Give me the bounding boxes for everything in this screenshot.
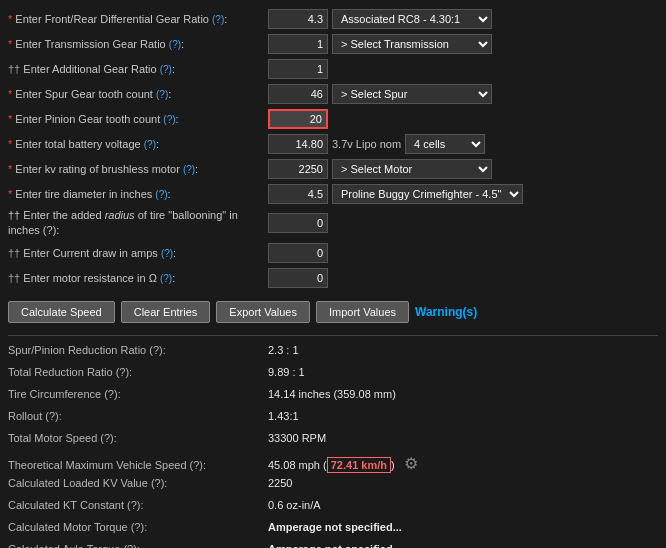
button-row: Calculate Speed Clear Entries Export Val…: [8, 297, 658, 327]
result-label-motor-torque: Calculated Motor Torque (?):: [8, 521, 268, 533]
input-battery[interactable]: [268, 134, 328, 154]
label-balloon: †† Enter the added radius of tire "ballo…: [8, 208, 268, 239]
result-label-rollout: Rollout (?):: [8, 410, 268, 422]
divider: [8, 335, 658, 336]
result-row-kt-constant: Calculated KT Constant (?): 0.6 oz-in/A: [8, 499, 658, 517]
result-row-motor-speed: Total Motor Speed (?): 33300 RPM: [8, 432, 658, 450]
dropdown-spur[interactable]: > Select Spur: [332, 84, 492, 104]
form-row-balloon: †† Enter the added radius of tire "ballo…: [8, 208, 658, 239]
input-addl[interactable]: [268, 59, 328, 79]
result-row-max-speed: Theoretical Maximum Vehicle Speed (?): 4…: [8, 454, 658, 473]
dropdown-motor[interactable]: > Select Motor: [332, 159, 492, 179]
export-button[interactable]: Export Values: [216, 301, 310, 323]
result-row-spur-pinion: Spur/Pinion Reduction Ratio (?): 2.3 : 1: [8, 344, 658, 362]
form-row-current: †† Enter Current draw in amps (?):: [8, 242, 658, 264]
form-row-tire: * Enter tire diameter in inches (?): Pro…: [8, 183, 658, 205]
result-row-tire-circ: Tire Circumference (?): 14.14 inches (35…: [8, 388, 658, 406]
dropdown-trans[interactable]: > Select Transmission: [332, 34, 492, 54]
label-diff: * Enter Front/Rear Differential Gear Rat…: [8, 12, 268, 26]
input-group-kv: > Select Motor: [268, 159, 658, 179]
input-group-battery: 3.7v Lipo nom 4 cells: [268, 134, 658, 154]
label-tire: * Enter tire diameter in inches (?):: [8, 187, 268, 201]
result-label-total-reduction: Total Reduction Ratio (?):: [8, 366, 268, 378]
result-value-axle-torque: Amperage not specified...: [268, 543, 402, 548]
input-group-spur: > Select Spur: [268, 84, 658, 104]
result-value-motor-speed: 33300 RPM: [268, 432, 326, 444]
result-value-spur-pinion: 2.3 : 1: [268, 344, 299, 356]
input-group-diff: Associated RC8 - 4.30:1: [268, 9, 658, 29]
result-row-axle-torque: Calculated Axle Torque (?): Amperage not…: [8, 543, 658, 548]
result-row-rollout: Rollout (?): 1.43:1: [8, 410, 658, 428]
input-group-addl: [268, 59, 658, 79]
input-diff[interactable]: [268, 9, 328, 29]
warnings-link[interactable]: Warning(s): [415, 305, 477, 319]
dropdown-cells[interactable]: 4 cells: [405, 134, 485, 154]
input-current[interactable]: [268, 243, 328, 263]
form-row-pinion: * Enter Pinion Gear tooth count (?):: [8, 108, 658, 130]
input-trans[interactable]: [268, 34, 328, 54]
input-group-current: [268, 243, 658, 263]
dropdown-diff[interactable]: Associated RC8 - 4.30:1: [332, 9, 492, 29]
form-row-trans: * Enter Transmission Gear Ratio (?): > S…: [8, 33, 658, 55]
input-balloon[interactable]: [268, 213, 328, 233]
speed-kmh-highlight: (72.41 km/h): [323, 457, 395, 473]
result-label-axle-torque: Calculated Axle Torque (?):: [8, 543, 268, 548]
result-label-loaded-kv: Calculated Loaded KV Value (?):: [8, 477, 268, 489]
label-pinion: * Enter Pinion Gear tooth count (?):: [8, 112, 268, 126]
form-row-spur: * Enter Spur Gear tooth count (?): > Sel…: [8, 83, 658, 105]
result-row-total-reduction: Total Reduction Ratio (?): 9.89 : 1: [8, 366, 658, 384]
form-row-addl: †† Enter Additional Gear Ratio (?):: [8, 58, 658, 80]
battery-type-label: 3.7v Lipo nom: [332, 138, 401, 150]
result-label-kt-constant: Calculated KT Constant (?):: [8, 499, 268, 511]
input-group-resistance: [268, 268, 658, 288]
clear-button[interactable]: Clear Entries: [121, 301, 211, 323]
input-resistance[interactable]: [268, 268, 328, 288]
result-value-total-reduction: 9.89 : 1: [268, 366, 305, 378]
input-pinion[interactable]: [268, 109, 328, 129]
form-section: * Enter Front/Rear Differential Gear Rat…: [8, 8, 658, 289]
form-row-battery: * Enter total battery voltage (?): 3.7v …: [8, 133, 658, 155]
result-label-max-speed: Theoretical Maximum Vehicle Speed (?):: [8, 459, 268, 471]
input-spur[interactable]: [268, 84, 328, 104]
gear-icon[interactable]: ⚙: [404, 455, 418, 472]
label-spur: * Enter Spur Gear tooth count (?):: [8, 87, 268, 101]
label-current: †† Enter Current draw in amps (?):: [8, 246, 268, 260]
form-row-diff: * Enter Front/Rear Differential Gear Rat…: [8, 8, 658, 30]
result-value-tire-circ: 14.14 inches (359.08 mm): [268, 388, 396, 400]
label-battery: * Enter total battery voltage (?):: [8, 137, 268, 151]
result-label-motor-speed: Total Motor Speed (?):: [8, 432, 268, 444]
label-trans: * Enter Transmission Gear Ratio (?):: [8, 37, 268, 51]
input-tire[interactable]: [268, 184, 328, 204]
form-row-kv: * Enter kv rating of brushless motor (?)…: [8, 158, 658, 180]
result-value-motor-torque: Amperage not specified...: [268, 521, 402, 533]
label-resistance: †† Enter motor resistance in Ω (?):: [8, 271, 268, 285]
input-group-balloon: [268, 213, 658, 233]
input-group-trans: > Select Transmission: [268, 34, 658, 54]
main-container: * Enter Front/Rear Differential Gear Rat…: [0, 0, 666, 548]
results-section: Spur/Pinion Reduction Ratio (?): 2.3 : 1…: [8, 340, 658, 548]
result-value-rollout: 1.43:1: [268, 410, 299, 422]
label-kv: * Enter kv rating of brushless motor (?)…: [8, 162, 268, 176]
result-label-tire-circ: Tire Circumference (?):: [8, 388, 268, 400]
result-row-motor-torque: Calculated Motor Torque (?): Amperage no…: [8, 521, 658, 539]
import-button[interactable]: Import Values: [316, 301, 409, 323]
result-value-kt-constant: 0.6 oz-in/A: [268, 499, 321, 511]
result-row-loaded-kv: Calculated Loaded KV Value (?): 2250: [8, 477, 658, 495]
result-value-max-speed: 45.08 mph (72.41 km/h) ⚙: [268, 454, 418, 473]
form-row-resistance: †† Enter motor resistance in Ω (?):: [8, 267, 658, 289]
result-value-loaded-kv: 2250: [268, 477, 292, 489]
input-kv[interactable]: [268, 159, 328, 179]
label-addl: †† Enter Additional Gear Ratio (?):: [8, 62, 268, 76]
input-group-pinion: [268, 109, 658, 129]
dropdown-tire[interactable]: Proline Buggy Crimefighter - 4.5": [332, 184, 523, 204]
input-group-tire: Proline Buggy Crimefighter - 4.5": [268, 184, 658, 204]
calculate-button[interactable]: Calculate Speed: [8, 301, 115, 323]
speed-mph: 45.08 mph: [268, 459, 320, 471]
result-label-spur-pinion: Spur/Pinion Reduction Ratio (?):: [8, 344, 268, 356]
